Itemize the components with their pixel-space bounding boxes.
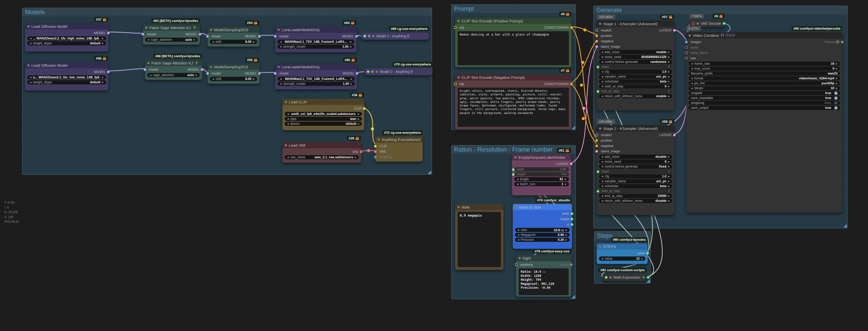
toggle-dot[interactable] — [834, 106, 838, 110]
input-port[interactable]: VAE — [379, 149, 386, 154]
increment-arrow-icon[interactable]: ▶ — [193, 38, 195, 41]
decrement-arrow-icon[interactable]: ◀ — [601, 180, 603, 183]
increment-arrow-icon[interactable]: ▶ — [668, 85, 670, 88]
output-port[interactable]: Filenames — [824, 40, 840, 44]
increment-arrow-icon[interactable]: ▶ — [836, 87, 838, 89]
node-header[interactable]: Patch Sage Attention KJ? — [145, 60, 202, 66]
input-port[interactable]: meta_batch — [690, 51, 708, 55]
decrement-arrow-icon[interactable]: ◀ — [601, 175, 603, 177]
increment-arrow-icon[interactable]: ▶ — [102, 76, 104, 79]
decrement-arrow-icon[interactable]: ◀ — [601, 51, 603, 53]
collapse-dot[interactable] — [278, 29, 280, 31]
output-port[interactable]: output — [559, 263, 569, 267]
widget-combo[interactable]: ◀WAN\Wan2.1_T2V_14B_FusionX_LoRA...▶ — [278, 40, 354, 44]
widget-combo[interactable]: ◀... WAN22\wan2.2_t2v_high_noise_14B_fp8… — [27, 36, 106, 40]
input-dot[interactable] — [597, 66, 599, 68]
decrement-arrow-icon[interactable]: ◀ — [518, 229, 519, 231]
increment-arrow-icon[interactable]: ▶ — [668, 56, 670, 58]
input-port[interactable]: anything — [379, 155, 392, 159]
widget-cfg[interactable]: ◀cfg1.0▶ — [599, 70, 672, 74]
widget-length[interactable]: ◀length81▶ — [514, 177, 569, 181]
collapse-dot[interactable] — [599, 127, 601, 130]
node-header[interactable]: CLIP Text Encode (Negative Prompt) — [455, 74, 571, 80]
input-port[interactable]: vae — [690, 56, 696, 60]
widget-control-before-generate[interactable]: ◀control before generaterandomize▶ — [599, 60, 672, 64]
collapse-dot[interactable] — [210, 29, 212, 31]
node-video-combine[interactable]: 2.277s#65 comfyui-videohelpersuiteVideo … — [686, 32, 842, 213]
node-header[interactable]: Note — [455, 204, 503, 210]
node-header[interactable]: Ratio to Size — [513, 204, 572, 210]
widget-steps[interactable]: steps4 — [599, 65, 672, 69]
input-dot[interactable] — [274, 72, 276, 75]
widget-start-at-step[interactable]: start_at_step2 — [599, 189, 672, 193]
widget-combo[interactable]: ◀u... WAN22\wan2.2_t2v_low_noise_14B_fp8… — [27, 75, 106, 79]
increment-arrow-icon[interactable]: ▶ — [668, 95, 670, 98]
widget-shift[interactable]: ◀shift8.00▶ — [210, 77, 257, 81]
increment-arrow-icon[interactable]: ▶ — [565, 229, 567, 231]
node-header[interactable]: ModelSamplingSD3 — [208, 64, 259, 70]
decrement-arrow-icon[interactable]: ◀ — [280, 40, 282, 43]
widget-save-output[interactable]: save_outputtrue — [689, 106, 840, 110]
node-lora-loader-model-only-1[interactable]: #84 🦊LoraLoaderModelOnlymodelMODEL◀WAN\W… — [275, 27, 356, 52]
node-header[interactable]: Anything Everywhere3 — [375, 136, 423, 143]
decrement-arrow-icon[interactable]: ◀ — [518, 233, 519, 236]
collapse-dot[interactable] — [378, 138, 380, 141]
widget-end-at-step[interactable]: ◀end_at_step10000▶ — [599, 194, 672, 198]
node-header[interactable]: CLIP Text Encode (Positive Prompt) — [455, 18, 571, 24]
output-port[interactable]: MODEL — [245, 34, 257, 38]
widget-sampler-name[interactable]: ◀sampler_nameuni_pc▶ — [599, 75, 672, 79]
node-header[interactable]: STEPS — [597, 243, 648, 250]
widget-frame-rate[interactable]: ◀frame_rate16▶ — [689, 62, 840, 66]
collapse-dot[interactable] — [458, 206, 460, 208]
decrement-arrow-icon[interactable]: ◀ — [601, 195, 603, 197]
node-header[interactable]: ModelSamplingSD3 — [208, 27, 259, 33]
output-dot[interactable] — [570, 26, 573, 29]
widget-shift[interactable]: ◀shift8.00▶ — [210, 40, 257, 44]
output-dot[interactable] — [841, 41, 843, 43]
widget-value[interactable]: ◀value12▶ — [599, 256, 645, 260]
input-dot[interactable] — [206, 35, 209, 38]
node-hight[interactable]: #78 comfyui-easy-usehightanythingoutputR… — [516, 255, 571, 297]
widget-return-with-leftover-noise[interactable]: ◀return_with_leftover_noiseenable▶ — [599, 94, 672, 98]
input-dot[interactable] — [595, 29, 598, 32]
collapse-dot[interactable] — [514, 156, 517, 159]
node-load-vae[interactable]: #39 🦊Load VAEVAE◀vae_namewan_2.1_vae.saf… — [282, 142, 361, 163]
increment-arrow-icon[interactable]: ▶ — [565, 178, 566, 181]
decrement-arrow-icon[interactable]: ◀ — [287, 156, 289, 159]
input-dot[interactable] — [374, 145, 377, 147]
output-port[interactable]: MODEL — [94, 70, 106, 74]
node-model-2-anything-e[interactable]: #70 cg-use-everywhereModel 2 - Anything … — [364, 68, 433, 75]
input-dot[interactable] — [274, 35, 276, 38]
widget-end-at-step[interactable]: end_at_step2 — [599, 89, 672, 93]
widget-start-at-step[interactable]: ◀start_at_step0▶ — [599, 84, 672, 88]
widget-type[interactable]: ◀typewan▶ — [285, 117, 362, 121]
decrement-arrow-icon[interactable]: ◀ — [601, 75, 603, 78]
widget-return-with-leftover-noise[interactable]: ◀return_with_leftover_noisedisable▶ — [599, 199, 672, 203]
widget-pingpong[interactable]: pingpongfalse — [689, 101, 840, 105]
increment-arrow-icon[interactable]: ▶ — [668, 199, 670, 202]
node-header[interactable]: Video Combine🎞 ⓋⒽⓈ — [686, 32, 842, 38]
input-port[interactable]: negative — [601, 39, 613, 43]
node-anything-everywhere3[interactable]: #72 cg-use-everywhereAnything Everywhere… — [375, 136, 423, 162]
input-port[interactable]: latent_image — [601, 45, 620, 49]
increment-arrow-icon[interactable]: ▶ — [668, 175, 670, 177]
input-port[interactable]: model — [279, 72, 288, 75]
decrement-arrow-icon[interactable]: ◀ — [30, 37, 31, 40]
increment-arrow-icon[interactable]: ▶ — [668, 75, 670, 78]
widget-steps[interactable]: steps4 — [599, 169, 672, 173]
decrement-arrow-icon[interactable]: ◀ — [150, 74, 151, 76]
node-load-diffusion-model-2[interactable]: #56 🦊Load Diffusion ModelMODEL◀u... WAN2… — [25, 62, 108, 90]
collapse-dot[interactable] — [278, 66, 280, 68]
input-dot[interactable] — [595, 150, 598, 153]
increment-arrow-icon[interactable]: ▶ — [668, 61, 670, 63]
output-port[interactable]: MODEL — [245, 72, 257, 75]
output-dot[interactable] — [570, 264, 572, 266]
input-dot[interactable] — [454, 26, 457, 29]
widget-noise-seed[interactable]: ◀noise_seed0▶ — [599, 160, 672, 164]
output-dot[interactable] — [258, 72, 261, 75]
widget-megabit[interactable]: megabittrue — [689, 91, 840, 95]
increment-arrow-icon[interactable]: ▶ — [668, 195, 670, 197]
widget-control-before-generate[interactable]: ◀control before generatefixed▶ — [599, 164, 672, 169]
input-dot[interactable] — [685, 57, 688, 59]
decrement-arrow-icon[interactable]: ◀ — [601, 199, 603, 202]
